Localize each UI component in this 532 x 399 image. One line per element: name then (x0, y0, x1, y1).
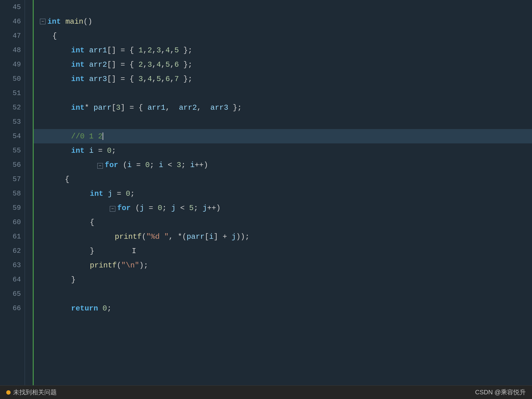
line-num-51: 51 (0, 86, 25, 100)
line-num-48: 48 (0, 43, 25, 57)
line-num-58: 58 (0, 186, 25, 201)
code-line-65 (34, 287, 532, 301)
line-num-52: 52 (0, 100, 25, 115)
code-line-51 (34, 86, 532, 100)
error-message: 未找到相关问题 (13, 388, 57, 397)
line-numbers: 45 46 47 48 49 50 51 52 53 54 55 56 57 5… (0, 0, 25, 385)
code-content[interactable]: −int main() { int arr1[] = { 1,2,3,4,5 }… (34, 0, 532, 385)
line-num-56: 56 (0, 158, 25, 172)
status-bar-left: 未找到相关问题 (6, 388, 57, 397)
line-num-61: 61 (0, 229, 25, 244)
fold-box-59[interactable]: − (110, 206, 115, 212)
code-line-50: int arr3[] = { 3,4,5,6,7 }; (34, 72, 532, 86)
status-bar-right: CSDN @乘容悦升 (475, 388, 526, 397)
line-num-59: 59 (0, 201, 25, 215)
code-line-63: printf("\n"); (34, 258, 532, 272)
line-num-65: 65 (0, 287, 25, 301)
line-num-60: 60 (0, 215, 25, 229)
fold-box-56[interactable]: − (97, 163, 103, 169)
code-line-53 (34, 115, 532, 129)
text-cursor-62: I (132, 247, 136, 255)
code-line-48: int arr1[] = { 1,2,3,4,5 }; (34, 43, 532, 57)
error-dot-icon (6, 390, 11, 395)
line-num-57: 57 (0, 172, 25, 186)
code-line-56: −for (i = 0; i < 3; i++) (34, 158, 532, 172)
fold-box-46[interactable]: − (40, 19, 46, 24)
editor-container: 45 46 47 48 49 50 51 52 53 54 55 56 57 5… (0, 0, 532, 399)
attribution-text: CSDN @乘容悦升 (475, 389, 526, 396)
line-num-64: 64 (0, 272, 25, 287)
code-line-52: int* parr[3] = { arr1, arr2, arr3 }; (34, 100, 532, 115)
code-line-60: { (34, 215, 532, 229)
code-line-62: } I (34, 244, 532, 258)
code-line-59: −for (j = 0; j < 5; j++) (34, 201, 532, 215)
line-num-47: 47 (0, 29, 25, 43)
code-line-64: } (34, 272, 532, 287)
line-num-53: 53 (0, 115, 25, 129)
line-num-62: 62 (0, 244, 25, 258)
line-num-45: 45 (0, 0, 25, 14)
line-num-49: 49 (0, 57, 25, 72)
line-num-55: 55 (0, 143, 25, 158)
code-line-61: printf("%d ", *(parr[i] + j)); (34, 229, 532, 244)
line-num-46: 46 (0, 14, 25, 29)
text-cursor-54 (103, 132, 103, 140)
editor-gutter (25, 0, 34, 385)
line-num-63: 63 (0, 258, 25, 272)
code-line-66: return 0; (34, 301, 532, 315)
code-line-57: { (34, 172, 532, 186)
line-num-54: 54 (0, 129, 25, 143)
code-line-45 (34, 0, 532, 14)
code-line-54: //0 1 2 (34, 129, 532, 143)
line-num-50: 50 (0, 72, 25, 86)
status-bar: 未找到相关问题 CSDN @乘容悦升 (0, 385, 532, 399)
code-area: 45 46 47 48 49 50 51 52 53 54 55 56 57 5… (0, 0, 532, 385)
line-num-66: 66 (0, 301, 25, 315)
code-line-47: { (34, 29, 532, 43)
code-line-46: −int main() (34, 14, 532, 29)
code-line-49: int arr2[] = { 2,3,4,5,6 }; (34, 57, 532, 72)
